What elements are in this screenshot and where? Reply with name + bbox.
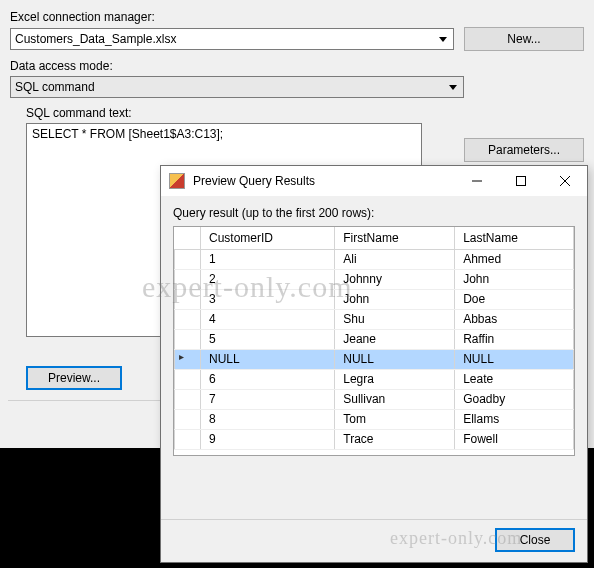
dialog-titlebar[interactable]: Preview Query Results (161, 166, 587, 196)
table-cell[interactable]: John (455, 269, 574, 289)
col-header[interactable]: FirstName (335, 227, 455, 249)
table-cell[interactable]: Ellams (455, 409, 574, 429)
table-cell[interactable]: 8 (201, 409, 335, 429)
table-row[interactable]: 6LegraLeate (175, 369, 574, 389)
table-cell[interactable]: Abbas (455, 309, 574, 329)
excel-mgr-value: Customers_Data_Sample.xlsx (15, 32, 176, 46)
row-header (175, 409, 201, 429)
table-row[interactable]: 9TraceFowell (175, 429, 574, 449)
table-cell[interactable]: Shu (335, 309, 455, 329)
table-row[interactable]: 3JohnDoe (175, 289, 574, 309)
table-cell[interactable]: Fowell (455, 429, 574, 449)
row-header-blank (175, 227, 201, 249)
table-cell[interactable]: Sullivan (335, 389, 455, 409)
table-cell[interactable]: 4 (201, 309, 335, 329)
table-cell[interactable]: 9 (201, 429, 335, 449)
maximize-button[interactable] (499, 166, 543, 196)
table-cell[interactable]: Leate (455, 369, 574, 389)
preview-button[interactable]: Preview... (26, 366, 122, 390)
row-header (175, 389, 201, 409)
table-cell[interactable]: Ali (335, 249, 455, 269)
table-row[interactable]: 8TomEllams (175, 409, 574, 429)
table-row[interactable]: 2JohnnyJohn (175, 269, 574, 289)
app-icon (169, 173, 185, 189)
row-header (175, 429, 201, 449)
col-header[interactable]: CustomerID (201, 227, 335, 249)
svg-rect-1 (517, 177, 526, 186)
table-cell[interactable]: 6 (201, 369, 335, 389)
excel-mgr-label: Excel connection manager: (10, 10, 584, 24)
row-header (175, 249, 201, 269)
minimize-button[interactable] (455, 166, 499, 196)
table-cell[interactable]: 3 (201, 289, 335, 309)
row-header (175, 349, 201, 369)
excel-mgr-dropdown[interactable]: Customers_Data_Sample.xlsx (10, 28, 454, 50)
preview-dialog: Preview Query Results Query result (up t… (160, 165, 588, 563)
row-header (175, 309, 201, 329)
dialog-subtitle: Query result (up to the first 200 rows): (173, 206, 575, 220)
table-cell[interactable]: Raffin (455, 329, 574, 349)
table-cell[interactable]: John (335, 289, 455, 309)
table-cell[interactable]: 5 (201, 329, 335, 349)
close-icon (560, 176, 570, 186)
close-window-button[interactable] (543, 166, 587, 196)
access-mode-dropdown[interactable]: SQL command (10, 76, 464, 98)
table-cell[interactable]: Tom (335, 409, 455, 429)
table-row[interactable]: 5JeaneRaffin (175, 329, 574, 349)
table-cell[interactable]: Goadby (455, 389, 574, 409)
table-cell[interactable]: 2 (201, 269, 335, 289)
table-row[interactable]: 1AliAhmed (175, 249, 574, 269)
results-grid[interactable]: CustomerID FirstName LastName 1AliAhmed2… (173, 226, 575, 456)
table-cell[interactable]: NULL (201, 349, 335, 369)
side-buttons: Parameters... (464, 138, 584, 162)
table-cell[interactable]: Doe (455, 289, 574, 309)
table-row[interactable]: 4ShuAbbas (175, 309, 574, 329)
table-cell[interactable]: Jeane (335, 329, 455, 349)
row-header (175, 269, 201, 289)
row-header (175, 369, 201, 389)
table-cell[interactable]: Legra (335, 369, 455, 389)
col-header[interactable]: LastName (455, 227, 574, 249)
table-cell[interactable]: NULL (335, 349, 455, 369)
parameters-button[interactable]: Parameters... (464, 138, 584, 162)
row-header (175, 329, 201, 349)
dropdown-arrow-icon (445, 78, 461, 96)
table-cell[interactable]: Trace (335, 429, 455, 449)
table-cell[interactable]: Johnny (335, 269, 455, 289)
dialog-title: Preview Query Results (193, 174, 455, 188)
table-cell[interactable]: 7 (201, 389, 335, 409)
access-mode-value: SQL command (15, 80, 95, 94)
table-cell[interactable]: 1 (201, 249, 335, 269)
dropdown-arrow-icon (435, 30, 451, 48)
maximize-icon (516, 176, 526, 186)
table-header-row: CustomerID FirstName LastName (175, 227, 574, 249)
close-button[interactable]: Close (495, 528, 575, 552)
table-cell[interactable]: Ahmed (455, 249, 574, 269)
new-button[interactable]: New... (464, 27, 584, 51)
table-cell[interactable]: NULL (455, 349, 574, 369)
minimize-icon (472, 176, 482, 186)
table-row[interactable]: 7SullivanGoadby (175, 389, 574, 409)
row-header (175, 289, 201, 309)
table-row[interactable]: NULLNULLNULL (175, 349, 574, 369)
access-mode-label: Data access mode: (10, 59, 584, 73)
sql-text-label: SQL command text: (26, 106, 584, 120)
